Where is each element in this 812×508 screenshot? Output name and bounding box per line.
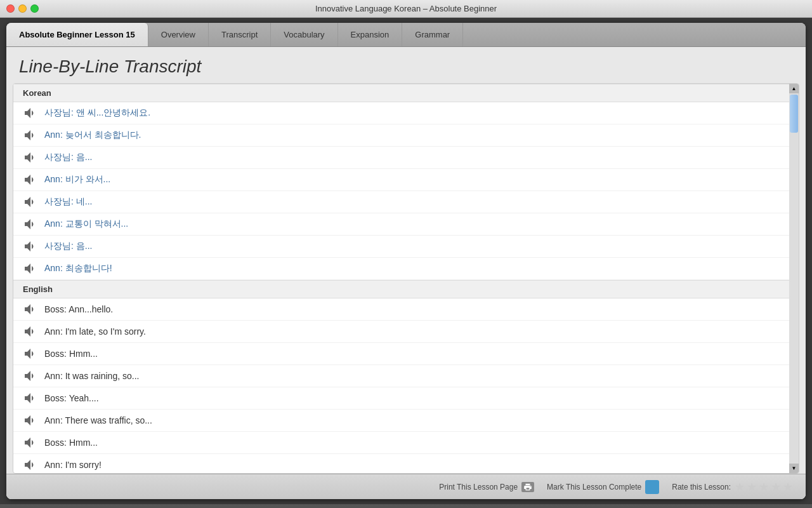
scrollbar[interactable]: ▲ ▼	[789, 84, 799, 473]
audio-icon-k2[interactable]	[23, 128, 38, 143]
korean-line-6: Ann: 교통이 막혀서...	[13, 213, 789, 236]
korean-section-header: Korean	[13, 84, 789, 102]
english-text-6: Ann: There was traffic, so...	[44, 415, 152, 425]
korean-text-6: Ann: 교통이 막혀서...	[44, 218, 128, 230]
audio-icon-k4[interactable]	[23, 172, 38, 187]
audio-icon-e8[interactable]	[23, 457, 38, 472]
english-line-3: Boss: Hmm...	[13, 343, 789, 365]
tab-lesson[interactable]: Absolute Beginner Lesson 15	[6, 23, 148, 46]
english-text-4: Ann: It was raining, so...	[44, 371, 139, 381]
print-action[interactable]: Print This Lesson Page	[439, 482, 534, 492]
complete-action[interactable]: Mark This Lesson Complete	[547, 480, 659, 494]
korean-text-7: 사장님: 음...	[44, 241, 92, 252]
english-line-5: Boss: Yeah....	[13, 387, 789, 410]
tab-expansion[interactable]: Expansion	[338, 23, 403, 46]
english-text-3: Boss: Hmm...	[44, 349, 98, 359]
rate-action: Rate this Lesson: ★ ★ ★ ★ ★	[672, 480, 793, 494]
star-rating[interactable]: ★ ★ ★ ★ ★	[735, 480, 793, 494]
english-line-2: Ann: I'm late, so I'm sorry.	[13, 321, 789, 343]
english-line-7: Boss: Hmm...	[13, 432, 789, 454]
tab-bar: Absolute Beginner Lesson 15 Overview Tra…	[6, 23, 806, 47]
complete-checkbox[interactable]	[645, 480, 659, 494]
titlebar: Innovative Language Korean – Absolute Be…	[0, 0, 812, 18]
content-area: Line-By-Line Transcript Korean 사장님: 앤 씨.…	[6, 47, 806, 499]
english-text-7: Boss: Hmm...	[44, 438, 98, 448]
korean-line-4: Ann: 비가 와서...	[13, 169, 789, 191]
close-button[interactable]	[6, 4, 15, 13]
footer: Voice Recorder ▶ 🔈 🔊 ⌂ Start Page Refere…	[0, 504, 812, 508]
maximize-button[interactable]	[30, 4, 39, 13]
rate-label: Rate this Lesson:	[672, 483, 731, 491]
tab-grammar[interactable]: Grammar	[402, 23, 463, 46]
english-line-4: Ann: It was raining, so...	[13, 365, 789, 387]
complete-label: Mark This Lesson Complete	[547, 483, 641, 491]
korean-text-2: Ann: 늦어서 최송합니다.	[44, 130, 141, 141]
english-line-1: Boss: Ann...hello.	[13, 298, 789, 321]
window-controls	[6, 4, 39, 13]
english-line-6: Ann: There was traffic, so...	[13, 410, 789, 432]
transcript-container: Korean 사장님: 앤 씨...안녕하세요. Ann: 늦어서 최송합니다.	[13, 83, 799, 474]
audio-icon-k1[interactable]	[23, 105, 38, 121]
audio-icon-e2[interactable]	[23, 324, 38, 339]
english-text-2: Ann: I'm late, so I'm sorry.	[44, 326, 146, 337]
audio-icon-e1[interactable]	[23, 302, 38, 317]
page-title-area: Line-By-Line Transcript	[6, 47, 806, 83]
korean-line-5: 사장님: 네...	[13, 191, 789, 213]
print-icon	[521, 482, 534, 492]
korean-line-7: 사장님: 음...	[13, 236, 789, 258]
page-title: Line-By-Line Transcript	[19, 57, 793, 77]
korean-line-8: Ann: 최송합니다!	[13, 258, 789, 280]
scroll-up-arrow[interactable]: ▲	[789, 84, 799, 93]
bottom-bar: Print This Lesson Page Mark This Lesson …	[6, 474, 806, 499]
english-text-1: Boss: Ann...hello.	[44, 304, 113, 314]
korean-text-4: Ann: 비가 와서...	[44, 174, 110, 185]
korean-line-3: 사장님: 음...	[13, 147, 789, 169]
star-5[interactable]: ★	[783, 480, 793, 494]
minimize-button[interactable]	[18, 4, 27, 13]
star-3[interactable]: ★	[759, 480, 769, 494]
korean-text-8: Ann: 최송합니다!	[44, 263, 112, 274]
scroll-thumb[interactable]	[790, 95, 798, 133]
star-1[interactable]: ★	[735, 480, 745, 494]
window-title: Innovative Language Korean – Absolute Be…	[315, 4, 497, 13]
english-text-5: Boss: Yeah....	[44, 393, 99, 403]
tab-transcript[interactable]: Transcript	[209, 23, 271, 46]
audio-icon-k3[interactable]	[23, 150, 38, 165]
english-section-header: English	[13, 280, 789, 298]
audio-icon-e7[interactable]	[23, 435, 38, 450]
korean-line-2: Ann: 늦어서 최송합니다.	[13, 124, 789, 147]
audio-icon-k7[interactable]	[23, 239, 38, 254]
audio-icon-e5[interactable]	[23, 391, 38, 406]
print-label: Print This Lesson Page	[439, 483, 518, 491]
tab-overview[interactable]: Overview	[148, 23, 209, 46]
english-text-8: Ann: I'm sorry!	[44, 460, 102, 470]
korean-text-5: 사장님: 네...	[44, 196, 92, 208]
audio-icon-k6[interactable]	[23, 217, 38, 232]
korean-text-3: 사장님: 음...	[44, 152, 92, 163]
english-line-8: Ann: I'm sorry!	[13, 454, 789, 473]
star-4[interactable]: ★	[771, 480, 781, 494]
tab-vocabulary[interactable]: Vocabulary	[271, 23, 337, 46]
audio-icon-k8[interactable]	[23, 261, 38, 276]
scroll-down-arrow[interactable]: ▼	[789, 464, 799, 473]
transcript-scroll[interactable]: Korean 사장님: 앤 씨...안녕하세요. Ann: 늦어서 최송합니다.	[13, 84, 789, 473]
star-2[interactable]: ★	[747, 480, 757, 494]
audio-icon-e3[interactable]	[23, 346, 38, 361]
audio-icon-k5[interactable]	[23, 194, 38, 210]
korean-line-1: 사장님: 앤 씨...안녕하세요.	[13, 102, 789, 124]
audio-icon-e4[interactable]	[23, 368, 38, 384]
main-window: Absolute Beginner Lesson 15 Overview Tra…	[6, 23, 806, 499]
korean-text-1: 사장님: 앤 씨...안녕하세요.	[44, 107, 150, 119]
audio-icon-e6[interactable]	[23, 413, 38, 428]
